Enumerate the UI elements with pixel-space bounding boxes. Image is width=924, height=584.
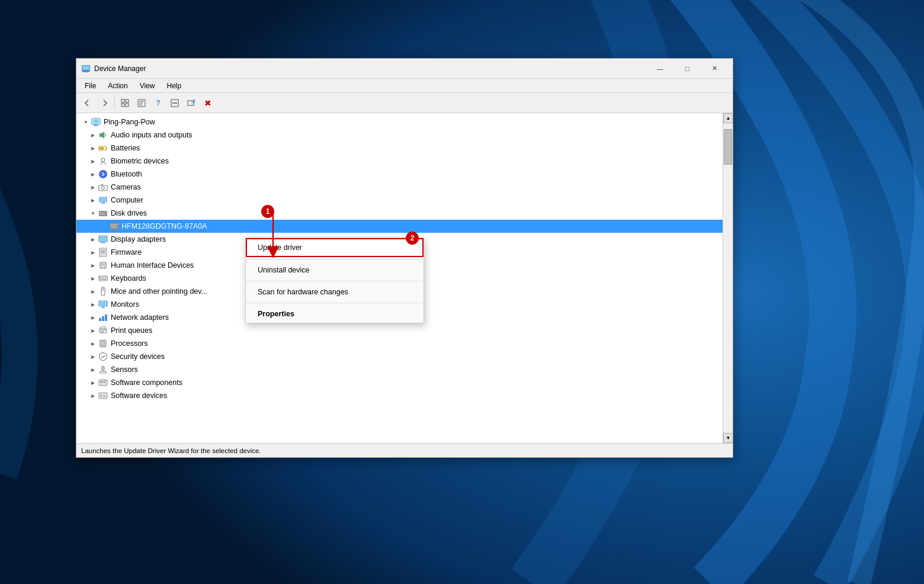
- menu-help[interactable]: Help: [161, 81, 188, 91]
- root-expander[interactable]: ▼: [81, 117, 91, 127]
- svg-rect-7: [121, 104, 124, 107]
- tree-computer[interactable]: ▶ Computer: [76, 194, 723, 207]
- svg-rect-57: [105, 277, 106, 278]
- scroll-down-button[interactable]: ▼: [723, 433, 733, 443]
- svg-rect-6: [126, 100, 129, 102]
- scan-changes-button[interactable]: [184, 95, 199, 111]
- tree-print[interactable]: ▶ Print queues: [76, 324, 723, 337]
- properties-button[interactable]: [134, 95, 149, 111]
- remove-button[interactable]: ✖: [200, 95, 216, 111]
- context-scan[interactable]: Scan for hardware changes: [246, 283, 424, 301]
- context-update-driver[interactable]: Update driver: [246, 238, 424, 257]
- title-bar: Device Manager — □ ✕: [76, 59, 733, 79]
- cameras-label: Cameras: [111, 183, 723, 191]
- scroll-up-button[interactable]: ▲: [723, 113, 733, 123]
- computer-icon: [91, 117, 101, 127]
- svg-rect-15: [188, 101, 194, 105]
- print-expander[interactable]: ▶: [88, 326, 98, 335]
- show-view-button[interactable]: [117, 95, 133, 111]
- toolbar-separator-1: [114, 97, 115, 110]
- close-button[interactable]: ✕: [701, 59, 728, 79]
- toolbar: ? ✖: [76, 93, 733, 113]
- tree-software-dev[interactable]: ▶ Software devices: [76, 389, 723, 402]
- security-expander[interactable]: ▶: [88, 352, 98, 361]
- tree-software-comp[interactable]: ▶ Software components: [76, 376, 723, 389]
- svg-point-38: [117, 226, 118, 227]
- context-properties[interactable]: Properties: [246, 305, 424, 323]
- svg-rect-82: [100, 371, 106, 373]
- sensor-icon: [98, 364, 108, 375]
- tree-audio[interactable]: ▶ Audio inputs and outputs: [76, 129, 723, 142]
- svg-rect-67: [105, 315, 107, 321]
- minimize-button[interactable]: —: [646, 59, 673, 79]
- bluetooth-label: Bluetooth: [111, 170, 723, 178]
- software-comp-expander[interactable]: ▶: [88, 378, 98, 387]
- maximize-button[interactable]: □: [673, 59, 701, 79]
- tree-processors[interactable]: ▶ Processors: [76, 337, 723, 350]
- scrollbar[interactable]: ▲ ▼: [723, 113, 733, 443]
- cameras-expander[interactable]: ▶: [88, 182, 98, 192]
- tree-root[interactable]: ▼ Ping-Pang-Pow: [76, 115, 723, 129]
- computer-label: Computer: [111, 196, 723, 204]
- svg-rect-85: [100, 381, 103, 383]
- svg-rect-89: [100, 393, 107, 398]
- svg-point-34: [105, 213, 107, 214]
- software-dev-expander[interactable]: ▶: [88, 391, 98, 400]
- tree-security[interactable]: ▶ Security devices: [76, 350, 723, 363]
- bluetooth-expander[interactable]: ▶: [88, 169, 98, 179]
- svg-rect-52: [104, 267, 105, 268]
- bluetooth-icon: [98, 169, 108, 179]
- software-comp-label: Software components: [111, 378, 723, 387]
- back-button[interactable]: [80, 95, 95, 111]
- content-area: ▼ Ping-Pang-Pow ▶: [76, 113, 733, 443]
- disk-drives-icon: [98, 208, 108, 219]
- svg-rect-87: [104, 382, 105, 383]
- monitors-expander[interactable]: ▶: [88, 300, 98, 309]
- keyboard-icon: [98, 273, 108, 284]
- processors-expander[interactable]: ▶: [88, 339, 98, 348]
- svg-rect-26: [99, 185, 107, 191]
- device-manager-window: Device Manager — □ ✕ File Action View He…: [76, 58, 733, 458]
- audio-label: Audio inputs and outputs: [111, 131, 723, 139]
- tree-batteries[interactable]: ▶ Batteries: [76, 142, 723, 155]
- tree-bluetooth[interactable]: ▶ Bluetooth: [76, 168, 723, 181]
- menu-file[interactable]: File: [79, 81, 102, 91]
- tree-disk-drives[interactable]: ▼ Disk drives: [76, 207, 723, 220]
- software-dev-icon: [98, 390, 108, 401]
- svg-point-24: [101, 158, 105, 162]
- batteries-expander[interactable]: ▶: [88, 143, 98, 153]
- computer-expander[interactable]: ▶: [88, 195, 98, 205]
- biometric-expander[interactable]: ▶: [88, 156, 98, 166]
- firmware-expander[interactable]: ▶: [88, 248, 98, 257]
- tree-hfm-disk[interactable]: HFM128GDGTNG-87A0A: [76, 220, 723, 233]
- audio-expander[interactable]: ▶: [88, 130, 98, 140]
- scroll-track[interactable]: [723, 123, 733, 433]
- audio-icon: [98, 130, 108, 140]
- network-expander[interactable]: ▶: [88, 313, 98, 322]
- hid-expander[interactable]: ▶: [88, 261, 98, 270]
- hfm-disk-icon: [110, 222, 119, 231]
- context-uninstall[interactable]: Uninstall device: [246, 261, 424, 279]
- title-bar-icon: [81, 64, 91, 73]
- tree-cameras[interactable]: ▶ Cameras: [76, 181, 723, 194]
- keyboards-expander[interactable]: ▶: [88, 274, 98, 283]
- menu-action[interactable]: Action: [102, 81, 133, 91]
- ctx-separator-3: [246, 303, 424, 303]
- svg-rect-56: [103, 277, 104, 278]
- biometric-icon: [98, 156, 108, 166]
- display-expander[interactable]: ▶: [88, 235, 98, 244]
- svg-rect-58: [100, 279, 107, 280]
- sensors-expander[interactable]: ▶: [88, 365, 98, 374]
- scroll-thumb[interactable]: [724, 129, 732, 165]
- tree-sensors[interactable]: ▶ Sensors: [76, 363, 723, 376]
- software-dev-label: Software devices: [111, 392, 723, 400]
- disk-drives-expander[interactable]: ▼: [88, 208, 98, 218]
- svg-rect-4: [83, 72, 89, 72]
- collapse-all-button[interactable]: [167, 95, 182, 111]
- mice-expander[interactable]: ▶: [88, 287, 98, 296]
- forward-button[interactable]: [97, 95, 112, 111]
- menu-view[interactable]: View: [134, 81, 161, 91]
- tree-biometric[interactable]: ▶ Biometric devices: [76, 155, 723, 168]
- help-button[interactable]: ?: [150, 95, 166, 111]
- annotation-1: 1: [261, 205, 274, 218]
